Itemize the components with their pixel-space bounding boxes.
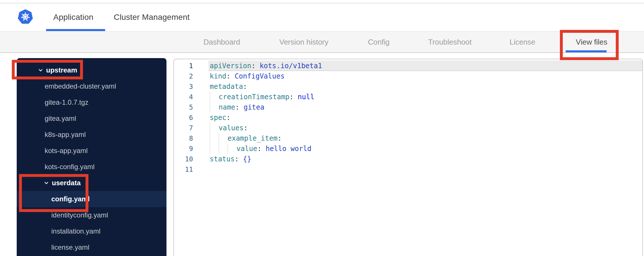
tree-item-label: config.yaml (51, 195, 90, 203)
line-number: 5 (174, 104, 193, 111)
tree-item-label: upstream (46, 66, 77, 74)
nav-tab-license[interactable]: License (509, 31, 535, 53)
token-p: : (226, 114, 230, 122)
token-p: : (226, 72, 235, 80)
file-item-config.yaml[interactable]: config.yaml (17, 191, 166, 207)
file-item-k8s-app.yaml[interactable]: k8s-app.yaml (17, 127, 166, 143)
header-tab-application[interactable]: Application (53, 3, 93, 31)
code-line-content: kind: ConfigValues (209, 71, 642, 81)
line-number: 11 (174, 166, 193, 173)
nav-tab-config[interactable]: Config (368, 31, 389, 53)
indent-guide (210, 92, 219, 102)
tree-item-label: license.yaml (51, 243, 89, 251)
line-number: 9 (174, 145, 193, 152)
token-key: metadata (210, 83, 243, 91)
nav-tab-version-history[interactable]: Version history (279, 31, 329, 53)
line-number: 2 (174, 72, 193, 80)
code-line-7[interactable]: 7values: (174, 123, 642, 133)
line-number: 7 (174, 124, 193, 132)
token-key: kind (210, 72, 226, 80)
active-nav-tab-underline (566, 50, 607, 52)
code-line-content: values: (209, 123, 642, 133)
tree-item-label: embedded-cluster.yaml (45, 82, 116, 90)
nav-tab-dashboard[interactable]: Dashboard (203, 31, 240, 53)
kubernetes-logo-icon (18, 9, 33, 24)
token-p: : (257, 145, 266, 153)
file-item-license.yaml[interactable]: license.yaml (17, 239, 166, 255)
indent-guide (210, 102, 219, 112)
code-line-content: status: {} (209, 154, 642, 164)
code-line-content: apiVersion: kots.io/v1beta1 (209, 61, 642, 71)
token-p: : (289, 93, 298, 101)
token-val: hello world (266, 145, 311, 153)
file-item-identityconfig.yaml[interactable]: identityconfig.yaml (17, 207, 166, 223)
file-item-installation.yaml[interactable]: installation.yaml (17, 223, 166, 239)
line-number: 8 (174, 135, 193, 142)
code-line-11[interactable]: 11 (174, 164, 642, 175)
token-key: apiVersion (210, 62, 251, 70)
token-p: : (244, 124, 248, 132)
app-header: ApplicationCluster Management (0, 3, 644, 31)
file-content-viewer[interactable]: 1apiVersion: kots.io/v1beta12kind: Confi… (173, 59, 643, 256)
file-item-kots-config.yaml[interactable]: kots-config.yaml (17, 159, 166, 175)
folder-item-upstream[interactable]: upstream (17, 62, 166, 78)
app-navbar: DashboardVersion historyConfigTroublesho… (0, 31, 644, 53)
file-item-kots-app.yaml[interactable]: kots-app.yaml (17, 143, 166, 159)
code-line-content: value: hello world (209, 144, 642, 154)
file-item-gitea.yaml[interactable]: gitea.yaml (17, 110, 166, 127)
code-line-4[interactable]: 4creationTimestamp: null (174, 92, 642, 102)
code-line-5[interactable]: 5name: gitea (174, 102, 642, 112)
indent-guide (228, 144, 236, 154)
tree-item-label: gitea-1.0.7.tgz (45, 98, 88, 106)
nav-tab-view-files[interactable]: View files (576, 31, 607, 53)
code-line-3[interactable]: 3metadata: (174, 81, 642, 92)
header-tab-cluster-management[interactable]: Cluster Management (114, 3, 190, 31)
code-line-content: name: gitea (209, 102, 642, 112)
code-line-content: example_item: (209, 133, 642, 144)
code-line-9[interactable]: 9value: hello world (174, 144, 642, 154)
line-number: 6 (174, 114, 193, 121)
code-line-6[interactable]: 6spec: (174, 112, 642, 123)
tree-item-label: installation.yaml (51, 227, 101, 235)
code-line-10[interactable]: 10status: {} (174, 154, 642, 164)
code-line-content: spec: (209, 112, 642, 123)
chevron-down-icon (43, 180, 49, 186)
tree-item-label: userdata (52, 179, 81, 187)
token-p: : (235, 103, 244, 111)
code-line-1[interactable]: 1apiVersion: kots.io/v1beta1 (174, 61, 642, 71)
code-line-content: metadata: (209, 81, 642, 92)
token-key: example_item (228, 134, 277, 142)
code-line-content (209, 164, 642, 175)
line-number: 3 (174, 83, 193, 90)
tree-item-label: k8s-app.yaml (45, 131, 86, 139)
indent-guide (210, 144, 219, 154)
token-p: : (243, 83, 247, 91)
line-number: 10 (174, 155, 193, 163)
code-line-8[interactable]: 8example_item: (174, 133, 642, 144)
token-val: ConfigValues (235, 72, 285, 80)
token-p: : (277, 134, 281, 142)
tree-item-label: kots-app.yaml (45, 147, 88, 155)
token-key: value (236, 145, 257, 153)
indent-guide (210, 123, 219, 133)
folder-item-userdata[interactable]: userdata (17, 175, 166, 191)
tree-item-label: gitea.yaml (45, 114, 76, 123)
tree-item-label: kots-config.yaml (45, 163, 94, 171)
line-number: 4 (174, 93, 193, 101)
active-header-tab-underline (46, 29, 105, 31)
indent-guide (219, 133, 228, 144)
line-number: 1 (174, 62, 193, 70)
token-val: {} (243, 155, 251, 163)
file-tree-sidebar: upstreamembedded-cluster.yamlgitea-1.0.7… (17, 58, 166, 256)
code-line-content: creationTimestamp: null (209, 92, 642, 102)
file-item-embedded-cluster.yaml[interactable]: embedded-cluster.yaml (17, 78, 166, 94)
token-val: kots.io/v1beta1 (260, 62, 322, 70)
token-val: gitea (244, 103, 264, 111)
indent-guide (219, 144, 228, 154)
file-item-gitea-1.0.7.tgz[interactable]: gitea-1.0.7.tgz (17, 94, 166, 110)
code-line-2[interactable]: 2kind: ConfigValues (174, 71, 642, 81)
nav-tab-troubleshoot[interactable]: Troubleshoot (428, 31, 472, 53)
token-key: creationTimestamp (219, 93, 289, 101)
token-key: status (210, 155, 235, 163)
token-key: values (219, 124, 244, 132)
